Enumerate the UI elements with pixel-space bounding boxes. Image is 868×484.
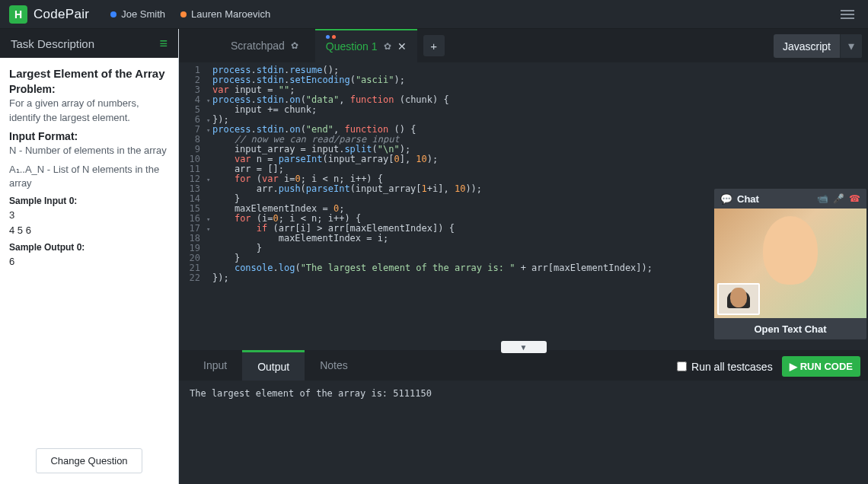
- tab-label: Scratchpad: [231, 40, 285, 52]
- tab-question-1[interactable]: Question 1 ✿ ✕: [315, 29, 417, 62]
- presence-dot-icon: [180, 11, 187, 18]
- run-code-button[interactable]: ▶ RUN CODE: [782, 356, 860, 377]
- sidebar-header: Task Description ≡: [0, 29, 178, 58]
- language-select[interactable]: Javascript ▾: [774, 34, 862, 58]
- tab-input[interactable]: Input: [188, 350, 242, 381]
- sample-input-line: 4 5 6: [9, 223, 169, 238]
- sample-output-label: Sample Output 0:: [9, 242, 169, 253]
- sample-input-label: Sample Input 0:: [9, 196, 169, 206]
- language-label: Javascript: [774, 36, 840, 57]
- participant-1: Joe Smith: [110, 8, 165, 20]
- video-icon[interactable]: 📹: [817, 193, 828, 204]
- sidebar-title: Task Description: [11, 37, 94, 50]
- tab-label: Question 1: [326, 40, 378, 53]
- presence-dots-icon: [326, 35, 336, 39]
- tab-bar: Scratchpad ✿ Question 1 ✿ ✕ + Javascript…: [179, 29, 868, 62]
- run-code-label: RUN CODE: [800, 361, 853, 372]
- video-feed-main: [714, 209, 866, 318]
- task-description-body: Largest Element of the Array Problem: Fo…: [0, 58, 178, 448]
- line-gutter: 12345678910111213141516171819202122: [179, 62, 206, 350]
- video-feed-self: [717, 283, 760, 315]
- participant-name: Lauren Maroevich: [191, 8, 270, 20]
- chat-bubble-icon: 💬: [720, 193, 732, 205]
- tab-scratchpad[interactable]: Scratchpad ✿: [220, 29, 309, 62]
- bottom-tabs: Input Output Notes Run all testcases ▶ R…: [179, 350, 868, 381]
- problem-label: Problem:: [9, 83, 169, 95]
- top-header: H CodePair Joe Smith Lauren Maroevich: [0, 0, 868, 29]
- add-tab-button[interactable]: +: [423, 35, 445, 56]
- bottom-panel: ▼ Input Output Notes Run all testcases ▶…: [179, 350, 868, 484]
- mic-icon[interactable]: 🎤: [833, 193, 844, 204]
- change-question-button[interactable]: Change Question: [36, 448, 142, 473]
- chevron-down-icon: ▾: [840, 34, 862, 58]
- logo-badge: H: [9, 5, 27, 24]
- editor-area: Scratchpad ✿ Question 1 ✿ ✕ + Javascript…: [179, 29, 868, 484]
- drag-handle[interactable]: ▼: [501, 341, 547, 353]
- participant-2: Lauren Maroevich: [180, 8, 270, 20]
- sidebar: Task Description ≡ Largest Element of th…: [0, 29, 179, 484]
- hangup-icon[interactable]: ☎: [849, 193, 860, 204]
- problem-title: Largest Element of the Array: [9, 67, 169, 80]
- brand-text: CodePair: [34, 7, 89, 22]
- tab-output[interactable]: Output: [242, 350, 305, 381]
- menu-icon[interactable]: [836, 5, 859, 24]
- gear-icon[interactable]: ✿: [384, 41, 391, 52]
- problem-text: For a given array of numbers, identify t…: [9, 97, 169, 126]
- sample-output: 6: [9, 254, 169, 269]
- open-text-chat-button[interactable]: Open Text Chat: [714, 318, 866, 339]
- input-format-label: Input Format:: [9, 130, 169, 142]
- tab-notes[interactable]: Notes: [305, 350, 363, 381]
- run-all-checkbox-input[interactable]: [677, 361, 687, 371]
- close-icon[interactable]: ✕: [397, 40, 407, 53]
- input-format-line: A₁..A_N - List of N elements in the arra…: [9, 163, 169, 192]
- input-format-line: N - Number of elements in the array: [9, 144, 169, 158]
- chat-header[interactable]: 💬 Chat 📹 🎤 ☎: [714, 189, 866, 209]
- play-icon: ▶: [790, 361, 797, 372]
- output-body: The largest element of the array is: 511…: [179, 381, 868, 484]
- video-chat-widget[interactable]: 💬 Chat 📹 🎤 ☎ Open Text Chat: [714, 189, 866, 339]
- chat-title: Chat: [737, 193, 812, 205]
- run-all-testcases-checkbox[interactable]: Run all testcases: [677, 361, 773, 373]
- sample-input-line: 3: [9, 208, 169, 223]
- participant-name: Joe Smith: [121, 8, 165, 20]
- run-all-label: Run all testcases: [691, 361, 773, 373]
- sidebar-menu-icon[interactable]: ≡: [159, 37, 168, 50]
- presence-dot-icon: [110, 11, 116, 18]
- gear-icon[interactable]: ✿: [291, 40, 298, 51]
